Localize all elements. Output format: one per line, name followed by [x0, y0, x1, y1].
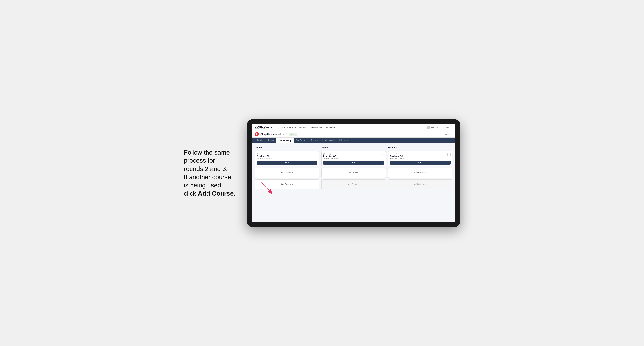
tournament-gender: (Men): [282, 133, 287, 135]
round-2-course-card-1: (Course A) Peachtree GC Yellow (M) (6629…: [322, 151, 386, 167]
tab-printables[interactable]: Printables: [337, 138, 350, 143]
edit-course-button-3[interactable]: Edit: [390, 161, 450, 165]
add-course-text-r2-1: Add Course +: [348, 172, 360, 174]
course-details: Yellow (M) (6629 yds): [257, 158, 313, 159]
delete-icon-2: ○: [382, 154, 383, 156]
tab-bar: Details Teams Course Setup Tee Groups Re…: [252, 138, 456, 143]
tournament-info: C Clippd Invitational (Men) Hosting: [255, 132, 297, 136]
course-tag-2: (Course A): [323, 153, 380, 155]
instruction-line6-prefix: click: [184, 190, 198, 197]
tab-tee-groups[interactable]: Tee Groups: [294, 138, 309, 143]
add-course-text-2: Add Course +: [281, 183, 293, 185]
add-course-text: Add Course +: [281, 172, 293, 174]
card-info-3: (Course A) Peachtree GC Yellow (M) (6629…: [390, 153, 446, 161]
round-3-column: Round 3 (Course A) Peachtree GC Yellow (…: [388, 147, 452, 189]
instruction-line5: is being used,: [184, 181, 223, 189]
round-3-label: Round 3: [388, 147, 452, 149]
cancel-button[interactable]: Cancel ✕: [444, 133, 452, 135]
tab-results[interactable]: Results: [309, 138, 320, 143]
card-info-2: (Course A) Peachtree GC Yellow (M) (6629…: [323, 153, 380, 161]
nav-committee[interactable]: COMMITTEE: [310, 126, 322, 129]
nav-teams[interactable]: TEAMS: [299, 126, 306, 129]
instruction-line1: Follow the same: [184, 149, 230, 156]
course-details-3: Yellow (M) (6629 yds): [390, 158, 446, 159]
add-course-text-r2-2: Add Course +: [348, 183, 360, 185]
round-3-add-course-1[interactable]: Add Course +: [388, 168, 452, 178]
logo-text: SCOREBOARD: [255, 126, 272, 128]
close-icon: ✕: [451, 133, 452, 135]
instruction-line2: process for: [184, 157, 215, 164]
course-name: Peachtree GC: [257, 155, 313, 157]
nav-tournaments[interactable]: TOURNAMENTS: [280, 126, 296, 129]
delete-icon: ○: [315, 154, 316, 156]
user-email: blair@clippd.io: [431, 126, 443, 128]
user-avatar: [427, 126, 430, 129]
tablet-screen: SCOREBOARD Powered by clippd TOURNAMENTS…: [252, 124, 456, 222]
round-1-label: Round 1: [255, 147, 319, 149]
round-2-column: Round 2 (Course A) Peachtree GC Yellow (…: [322, 147, 386, 189]
add-course-text-r3-2: Add Course +: [414, 183, 426, 185]
round-2-add-course-2: Add Course +: [322, 179, 386, 189]
delete-course-button[interactable]: ○: [314, 153, 317, 156]
card-header: (Course A) Peachtree GC Yellow (M) (6629…: [257, 153, 317, 161]
delete-course-button-3[interactable]: ○: [447, 153, 450, 156]
instruction-add-course-bold: Add Course.: [198, 190, 235, 197]
round-2-add-course-1[interactable]: Add Course +: [322, 168, 386, 178]
round-1-add-course-2[interactable]: Add Course +: [255, 179, 319, 189]
rounds-grid: Round 1 (Course A) Peachtree GC Yellow (…: [255, 147, 452, 189]
course-name-2: Peachtree GC: [323, 155, 380, 157]
tournament-logo: C: [255, 132, 259, 136]
course-tag-3: (Course A): [390, 153, 446, 155]
add-course-text-r3-1: Add Course +: [414, 172, 426, 174]
sub-header: C Clippd Invitational (Men) Hosting Canc…: [252, 131, 456, 138]
instruction-line3: rounds 2 and 3.: [184, 165, 228, 172]
tab-leaderboards[interactable]: Leaderboards: [320, 138, 337, 143]
tab-details[interactable]: Details: [255, 138, 266, 143]
card-info: (Course A) Peachtree GC Yellow (M) (6629…: [257, 153, 313, 161]
round-1-column: Round 1 (Course A) Peachtree GC Yellow (…: [255, 147, 319, 189]
course-tag: (Course A): [257, 153, 313, 155]
delete-icon-3: ○: [448, 154, 449, 156]
round-1-course-card-1: (Course A) Peachtree GC Yellow (M) (6629…: [255, 151, 319, 167]
top-nav: SCOREBOARD Powered by clippd TOURNAMENTS…: [252, 124, 456, 131]
sign-out-link[interactable]: Sign out: [446, 126, 452, 128]
round-2-label: Round 2: [322, 147, 386, 149]
round-3-course-card-1: (Course A) Peachtree GC Yellow (M) (6629…: [388, 151, 452, 167]
page-wrapper: Follow the same process for rounds 2 and…: [184, 119, 460, 227]
logo-sub-text: Powered by clippd: [255, 128, 272, 129]
course-name-3: Peachtree GC: [390, 155, 446, 157]
logo-area: SCOREBOARD Powered by clippd: [255, 126, 272, 129]
tournament-name: Clippd Invitational: [260, 133, 281, 136]
card-header-3: (Course A) Peachtree GC Yellow (M) (6629…: [390, 153, 450, 161]
card-header-2: (Course A) Peachtree GC Yellow (M) (6629…: [323, 153, 384, 161]
edit-course-button-2[interactable]: Edit: [323, 161, 384, 165]
tablet-frame: SCOREBOARD Powered by clippd TOURNAMENTS…: [247, 119, 460, 227]
instruction-line4: If another course: [184, 173, 231, 180]
instruction-panel: Follow the same process for rounds 2 and…: [184, 149, 239, 198]
hosting-badge: Hosting: [289, 133, 297, 136]
round-1-add-course-1[interactable]: Add Course +: [255, 168, 319, 178]
nav-rankings[interactable]: RANKINGS: [325, 126, 336, 129]
tab-course-setup[interactable]: Course Setup: [276, 138, 294, 143]
tab-teams[interactable]: Teams: [266, 138, 276, 143]
nav-right: blair@clippd.io | Sign out: [427, 126, 452, 129]
delete-course-button-2[interactable]: ○: [381, 153, 384, 156]
content-area: Round 1 (Course A) Peachtree GC Yellow (…: [252, 143, 456, 222]
course-details-2: Yellow (M) (6629 yds): [323, 158, 380, 159]
edit-course-button[interactable]: Edit: [257, 161, 317, 165]
round-3-add-course-2: Add Course +: [388, 179, 452, 189]
nav-links: TOURNAMENTS TEAMS COMMITTEE RANKINGS: [280, 126, 422, 129]
